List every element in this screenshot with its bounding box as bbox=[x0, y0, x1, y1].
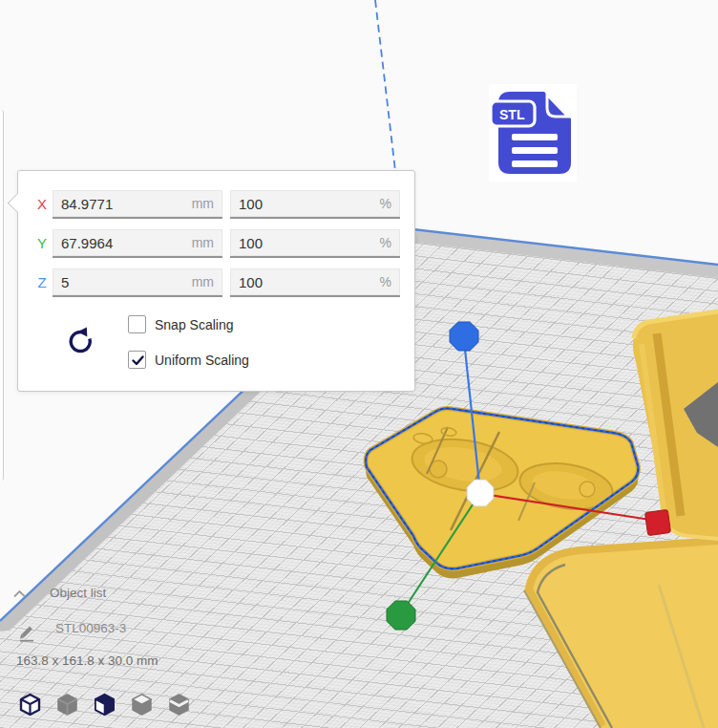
pencil-icon[interactable] bbox=[17, 622, 37, 642]
axis-label-x: X bbox=[33, 190, 51, 219]
scale-y-mm-field: mm bbox=[53, 229, 222, 258]
scale-x-percent-field: % bbox=[230, 190, 400, 219]
axis-label-z: Z bbox=[33, 268, 51, 297]
cura-viewport: STL X mm % Y mm % Z mm bbox=[0, 0, 718, 728]
uniform-scaling-label: Uniform Scaling bbox=[155, 353, 249, 368]
stl-file-icon: STL bbox=[489, 84, 577, 182]
snap-scaling-label: Snap Scaling bbox=[155, 317, 234, 332]
view-cube-layers-icon[interactable] bbox=[166, 692, 192, 717]
plate-border-band-back bbox=[413, 229, 718, 278]
scale-x-mm-field: mm bbox=[53, 190, 222, 219]
scale-y-mm-input[interactable] bbox=[53, 229, 222, 258]
scale-y-percent-input[interactable] bbox=[230, 229, 400, 258]
axis-label-y: Y bbox=[33, 229, 51, 258]
chevron-up-icon[interactable] bbox=[12, 589, 27, 599]
model-box[interactable] bbox=[633, 311, 718, 539]
stl-label: STL bbox=[499, 107, 525, 122]
gizmo-z-handle[interactable] bbox=[450, 322, 478, 351]
scale-z-percent-input[interactable] bbox=[230, 268, 400, 297]
view-cube-front-face-icon[interactable] bbox=[92, 692, 117, 717]
gizmo-center-handle[interactable] bbox=[467, 480, 494, 506]
scale-y-percent-field: % bbox=[230, 229, 400, 258]
scale-x-mm-input[interactable] bbox=[53, 190, 222, 219]
view-toolbar bbox=[17, 692, 192, 717]
left-panel-edge bbox=[0, 110, 4, 481]
model-dimensions-label: 163.8 x 161.8 x 30.0 mm bbox=[16, 653, 158, 668]
scale-x-percent-input[interactable] bbox=[230, 190, 400, 219]
object-list-header[interactable]: Object list bbox=[50, 586, 106, 600]
scale-z-mm-input[interactable] bbox=[53, 268, 222, 297]
scale-z-mm-field: mm bbox=[53, 268, 222, 297]
uniform-scaling-checkbox[interactable] bbox=[128, 351, 146, 369]
snap-scaling-checkbox[interactable] bbox=[128, 315, 146, 333]
view-cube-wireframe-icon[interactable] bbox=[17, 692, 43, 717]
checkmark-icon bbox=[130, 353, 146, 369]
model-lid[interactable] bbox=[524, 538, 718, 728]
build-volume-z-edge bbox=[375, 0, 397, 187]
gizmo-x-handle[interactable] bbox=[644, 509, 670, 535]
scale-tool-panel: X mm % Y mm % Z mm % bbox=[17, 170, 415, 392]
arrowhead bbox=[78, 328, 88, 337]
view-cube-solid-icon[interactable] bbox=[54, 692, 80, 717]
view-cube-top-face-icon[interactable] bbox=[129, 692, 155, 717]
gizmo-y-handle[interactable] bbox=[387, 601, 415, 630]
scale-z-percent-field: % bbox=[230, 268, 400, 297]
reset-scale-button[interactable] bbox=[66, 326, 96, 356]
object-list-item[interactable]: STL00963-3 bbox=[55, 621, 126, 635]
